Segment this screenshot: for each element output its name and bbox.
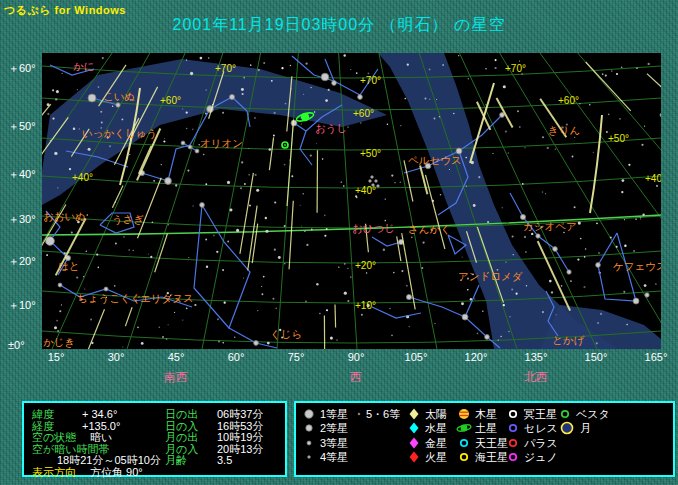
azimuth-tick-label: 135° bbox=[525, 351, 548, 363]
star bbox=[635, 218, 637, 220]
star bbox=[208, 57, 209, 58]
bright-star bbox=[500, 113, 505, 118]
star bbox=[256, 189, 259, 192]
star bbox=[163, 140, 165, 142]
bright-star bbox=[116, 103, 120, 107]
star bbox=[640, 217, 642, 219]
star bbox=[503, 304, 505, 306]
star bbox=[602, 73, 604, 75]
star bbox=[168, 224, 169, 225]
star bbox=[290, 65, 292, 67]
star bbox=[316, 143, 317, 144]
constellation-label: くじら bbox=[270, 328, 302, 340]
title-banner: つるぷら for Windows 2001年11月19日03時00分 （明石） … bbox=[0, 0, 678, 53]
azimuth-tick-label: 15° bbox=[48, 351, 65, 363]
star bbox=[182, 108, 183, 109]
bright-star bbox=[520, 214, 525, 219]
constellation-label: とかげ bbox=[552, 334, 584, 346]
star bbox=[336, 339, 338, 341]
altitude-tick-label: ＋10° bbox=[8, 298, 36, 313]
star bbox=[425, 98, 427, 100]
star bbox=[621, 66, 623, 68]
star bbox=[572, 156, 574, 158]
star bbox=[243, 77, 245, 79]
star bbox=[516, 293, 518, 295]
star bbox=[487, 221, 489, 223]
star bbox=[162, 336, 164, 338]
legend-label: ジュノ bbox=[524, 449, 558, 464]
constellation-label: はと bbox=[58, 260, 80, 272]
info-cell: 06時37分 bbox=[217, 409, 263, 420]
star bbox=[46, 254, 48, 256]
star bbox=[640, 218, 641, 219]
legend-label: パラス bbox=[524, 435, 558, 450]
star bbox=[366, 272, 367, 273]
star bbox=[347, 126, 349, 128]
declination-value-label: +20° bbox=[355, 260, 376, 271]
star bbox=[55, 98, 57, 100]
info-cell: 3.5 bbox=[217, 455, 232, 466]
altitude-tick-label: ±0° bbox=[8, 339, 25, 351]
5・6等-icon bbox=[351, 406, 367, 422]
star bbox=[148, 254, 149, 255]
star bbox=[52, 89, 54, 91]
star bbox=[324, 215, 326, 217]
star bbox=[498, 339, 499, 340]
star bbox=[319, 313, 320, 314]
star bbox=[263, 276, 265, 278]
star bbox=[655, 283, 657, 285]
star bbox=[361, 314, 363, 316]
star bbox=[254, 117, 255, 118]
star bbox=[517, 110, 519, 112]
bright-star bbox=[660, 113, 661, 117]
star bbox=[391, 334, 393, 336]
star-chart[interactable]: +70°+70°+70°+60°+60°+60°+50°+50°+40°+40°… bbox=[42, 53, 661, 349]
star bbox=[254, 174, 256, 176]
declination-value-label: +60° bbox=[558, 95, 579, 106]
meteor-streak bbox=[335, 305, 336, 328]
star bbox=[542, 191, 544, 193]
legend-label: 天王星 bbox=[475, 435, 508, 450]
star bbox=[619, 118, 621, 120]
legend-label: 海王星 bbox=[475, 449, 508, 464]
bright-star bbox=[200, 203, 205, 208]
constellation-label: おひつじ bbox=[352, 222, 395, 234]
火星-icon bbox=[406, 449, 422, 465]
star bbox=[503, 85, 506, 88]
info-cell: 10時19分 bbox=[217, 432, 263, 443]
bright-star bbox=[229, 94, 234, 99]
info-cell: 空の状態 bbox=[32, 432, 76, 443]
star bbox=[436, 99, 437, 100]
star bbox=[310, 87, 312, 89]
star bbox=[302, 193, 303, 194]
star bbox=[241, 161, 243, 163]
star bbox=[644, 125, 645, 126]
sky-svg[interactable]: +70°+70°+70°+60°+60°+60°+50°+50°+40°+40°… bbox=[42, 53, 661, 349]
info-cell: 16時53分 bbox=[217, 421, 263, 432]
legend-label: 2等星 bbox=[320, 421, 348, 436]
compass-direction-label: 南西 bbox=[164, 369, 188, 386]
star bbox=[422, 241, 424, 243]
star bbox=[584, 256, 586, 258]
legend-label: 水星 bbox=[425, 421, 447, 436]
star bbox=[306, 244, 308, 246]
bright-star bbox=[536, 234, 540, 238]
bright-star bbox=[58, 283, 62, 287]
star bbox=[54, 326, 57, 329]
info-cell: 月の出 bbox=[165, 432, 198, 443]
bright-star bbox=[88, 94, 96, 102]
star bbox=[468, 78, 469, 79]
info-cell: 経度 bbox=[32, 421, 54, 432]
star bbox=[188, 257, 189, 258]
constellation-label: いっかくじゅう bbox=[82, 127, 157, 140]
star bbox=[449, 169, 450, 170]
bright-star bbox=[195, 149, 199, 153]
star bbox=[159, 326, 161, 328]
star bbox=[168, 324, 169, 325]
star bbox=[429, 99, 430, 100]
star bbox=[192, 205, 193, 206]
info-cell: 日の出 bbox=[165, 409, 198, 420]
info-cell: 18時21分～05時10分 bbox=[57, 455, 161, 466]
legend-label: 月 bbox=[580, 421, 591, 436]
star bbox=[512, 235, 514, 237]
